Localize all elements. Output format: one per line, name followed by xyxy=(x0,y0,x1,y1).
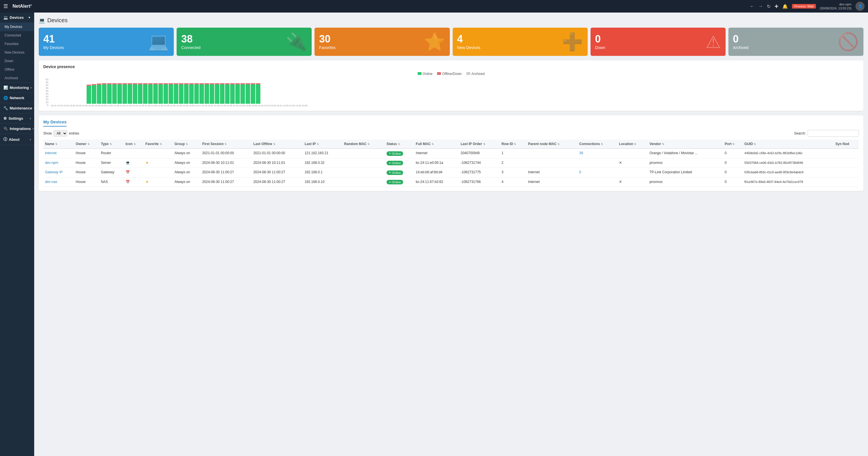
chart-bar-group[interactable] xyxy=(241,78,245,104)
col-last-ip[interactable]: Last IP ⇅ xyxy=(303,140,342,149)
device-name-link[interactable]: dev-npm xyxy=(45,161,58,165)
sidebar-item-offline[interactable]: Offline xyxy=(0,65,34,74)
stat-card-my-devices[interactable]: 41 My Devices 💻 xyxy=(39,28,174,56)
chart-bar-group[interactable] xyxy=(76,78,81,104)
sidebar-about-header[interactable]: ⓘ About › xyxy=(0,134,34,145)
chart-bar-group[interactable] xyxy=(138,78,143,104)
col-owner[interactable]: Owner ⇅ xyxy=(74,140,99,149)
chart-bar-group[interactable] xyxy=(210,78,214,104)
sidebar-item-archived[interactable]: Archived xyxy=(0,74,34,82)
col-vendor[interactable]: Vendor ⇅ xyxy=(648,140,723,149)
connections-link[interactable]: 39 xyxy=(579,151,583,155)
entries-select[interactable]: All 10 25 50 xyxy=(54,130,67,136)
chart-bar-group[interactable] xyxy=(56,78,60,104)
chart-bar-group[interactable] xyxy=(153,78,158,104)
sidebar-maintenance-header[interactable]: 🔧 Maintenance › xyxy=(0,103,34,113)
forward-icon[interactable]: → xyxy=(758,4,763,9)
chart-bar-group[interactable] xyxy=(230,78,235,104)
chart-bar-group[interactable] xyxy=(71,78,76,104)
sidebar-item-connected[interactable]: Connected xyxy=(0,31,34,40)
back-icon[interactable]: ← xyxy=(750,4,754,9)
sidebar-settings-header[interactable]: ⚙ Settings › xyxy=(0,114,34,123)
sidebar-item-favorites[interactable]: Favorites xyxy=(0,40,34,48)
avatar[interactable]: 👤 xyxy=(856,2,865,11)
hamburger-icon[interactable]: ☰ xyxy=(3,3,8,9)
process-badge[interactable]: Process: Wait xyxy=(792,4,815,8)
chart-bar-group[interactable] xyxy=(133,78,137,104)
col-last-offline[interactable]: Last Offline ⇅ xyxy=(252,140,303,149)
sidebar-item-my-devices[interactable]: My Devices xyxy=(0,23,34,31)
chart-bar-group[interactable] xyxy=(87,78,91,104)
chart-bar-group[interactable] xyxy=(102,78,106,104)
col-name[interactable]: Name ⇅ xyxy=(43,140,74,149)
col-last-ip-order[interactable]: Last IP Order ⇅ xyxy=(459,140,500,149)
col-favorite[interactable]: Favorite ⇅ xyxy=(144,140,173,149)
col-row-id[interactable]: Row ID ⇅ xyxy=(500,140,526,149)
chart-scroll-area[interactable]: 10:1110:1510:2010:2510:3010:3510:4010:45… xyxy=(51,78,859,107)
chart-bar-group[interactable] xyxy=(61,78,65,104)
chart-bar-group[interactable] xyxy=(107,78,112,104)
col-icon[interactable]: Icon ⇅ xyxy=(124,140,144,149)
sidebar-network-header[interactable]: 🌐 Network xyxy=(0,93,34,103)
device-name-link[interactable]: Internet xyxy=(45,151,57,155)
col-location[interactable]: Location ⇅ xyxy=(617,140,648,149)
stat-card-connected[interactable]: 38 Connected 🔌 xyxy=(177,28,312,56)
col-connections[interactable]: Connections ⇅ xyxy=(578,140,617,149)
stat-card-new-devices[interactable]: 4 New Devices ➕ xyxy=(453,28,588,56)
chart-bar-group[interactable] xyxy=(189,78,194,104)
last-offline: 2024-08-30 10:11:01 xyxy=(253,161,285,165)
stat-card-down[interactable]: 0 Down ⚠ xyxy=(591,28,725,56)
chart-bar-group[interactable] xyxy=(174,78,178,104)
chart-bar-group[interactable] xyxy=(179,78,183,104)
chart-bar-group[interactable] xyxy=(199,78,204,104)
chart-bar-group[interactable] xyxy=(225,78,229,104)
search-input[interactable] xyxy=(808,130,859,137)
chart-bar-group[interactable] xyxy=(158,78,163,104)
connections-link[interactable]: 0 xyxy=(579,170,581,174)
sidebar-item-down[interactable]: Down xyxy=(0,57,34,65)
col-guid[interactable]: GUID ⇅ xyxy=(743,140,834,149)
chart-bar-group[interactable] xyxy=(251,78,255,104)
bell-icon[interactable]: 🔔 xyxy=(782,4,788,9)
col-group[interactable]: Group ⇅ xyxy=(173,140,200,149)
chart-bar-group[interactable] xyxy=(92,78,96,104)
chart-bar-group[interactable] xyxy=(235,78,240,104)
stat-card-archived[interactable]: 0 Archived 🚫 xyxy=(728,28,863,56)
chart-bar-group[interactable] xyxy=(246,78,250,104)
chart-bar-group[interactable] xyxy=(194,78,199,104)
sidebar-devices-header[interactable]: 💻 Devices ▼ xyxy=(0,12,34,23)
col-type[interactable]: Type ⇅ xyxy=(99,140,124,149)
chart-bar-group[interactable] xyxy=(168,78,173,104)
chart-bar-group[interactable] xyxy=(256,78,260,104)
col-parent-node-mac[interactable]: Parent node MAC ⇅ xyxy=(526,140,578,149)
col-port[interactable]: Port ⇅ xyxy=(723,140,743,149)
chart-bar-group[interactable] xyxy=(123,78,127,104)
chart-bar-group[interactable] xyxy=(215,78,219,104)
col-syn-nod[interactable]: Syn Nod xyxy=(834,140,859,149)
col-random-mac[interactable]: Random MAC ⇅ xyxy=(342,140,385,149)
sidebar-integrations-header[interactable]: 🔌 Integrations › xyxy=(0,124,34,134)
chart-bar-group[interactable] xyxy=(205,78,209,104)
refresh-icon[interactable]: ↻ xyxy=(767,4,771,9)
chart-bar-group[interactable] xyxy=(184,78,189,104)
chart-bar-group[interactable] xyxy=(97,78,101,104)
chart-bar-group[interactable] xyxy=(66,78,71,104)
chart-bar-group[interactable] xyxy=(163,78,168,104)
col-full-mac[interactable]: Full MAC ⇅ xyxy=(414,140,459,149)
add-icon[interactable]: ✚ xyxy=(775,4,778,9)
col-status[interactable]: Status ⇅ xyxy=(385,140,414,149)
chart-bar-group[interactable] xyxy=(82,78,86,104)
sidebar-item-new-devices[interactable]: New Devices xyxy=(0,48,34,57)
chart-bar-group[interactable] xyxy=(143,78,148,104)
chart-bar-group[interactable] xyxy=(220,78,224,104)
chart-bar-group[interactable] xyxy=(112,78,117,104)
chart-bar-group[interactable] xyxy=(148,78,153,104)
chart-bar-group[interactable] xyxy=(117,78,122,104)
device-name-link[interactable]: dev-nas xyxy=(45,180,57,184)
device-name-link[interactable]: Gateway IP xyxy=(45,170,63,174)
stat-card-favorites[interactable]: 30 Favorites ⭐ xyxy=(314,28,450,56)
col-first-session[interactable]: First Session ⇅ xyxy=(200,140,252,149)
sidebar-monitoring-header[interactable]: 📊 Monitoring › xyxy=(0,83,34,93)
chart-bar-group[interactable] xyxy=(128,78,132,104)
chart-bar-group[interactable] xyxy=(51,78,55,104)
